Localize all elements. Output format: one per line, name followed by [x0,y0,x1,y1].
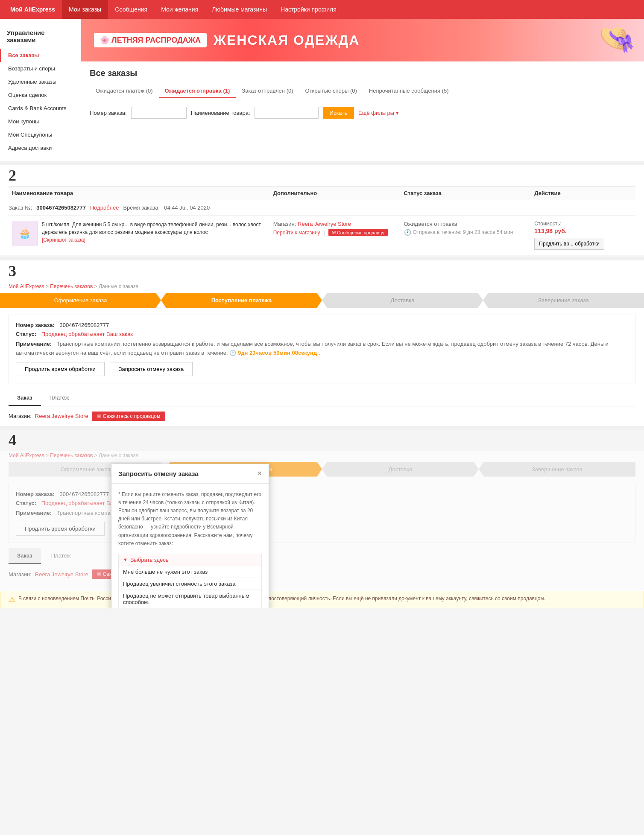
order-detail-link[interactable]: Подробнее [90,204,119,211]
shop-name-4[interactable]: Reera Jewelrye Store [35,571,88,578]
order-time-label: Время заказа: [123,204,160,211]
nav-item-profile[interactable]: Настройки профиля [274,0,343,19]
note-label-3: Примечание: [16,341,52,347]
timer-3: 🕐 9дн 23часов 50мин 08секунд . [229,350,320,356]
tab-payment-4[interactable]: Платёж [43,548,79,564]
section-4-content: Мой AliExpress > Перечень заказов > Данн… [0,451,644,591]
sidebar-item-all-orders[interactable]: Все заказы [0,49,81,62]
order-meta-row: Заказ №: 3004674265082777 Подробнее Врем… [9,200,635,216]
order-no-row-4: Номер заказа: 3004674265082777 [16,491,628,497]
tab-awaiting-payment[interactable]: Ожидается платёж (0) [90,84,159,98]
extend-time-button-4[interactable]: Продлить время обработки [16,522,105,536]
tab-shipped[interactable]: Заказ отправлен (0) [236,84,299,98]
step-completion: Завершение заказа [483,293,644,308]
breadcrumb-list-4[interactable]: Перечень заказов [50,453,93,458]
section-2-number: 2 [9,165,635,186]
sidebar-item-special-coupons[interactable]: Мои Спецкупоны [0,128,81,141]
cost-value: 113,98 руб. [534,228,632,234]
status-tabs: Ожидается платёж (0) Ожидается отправка … [90,84,635,98]
sidebar-item-returns[interactable]: Возвраты и споры [0,62,81,75]
sidebar-item-coupons[interactable]: Мои купоны [0,115,81,128]
breadcrumb-list-3[interactable]: Перечень заказов [50,283,93,289]
shop-name-link[interactable]: Reera Jewelrye Store [298,221,351,227]
main-content: 🌸 ЛЕТНЯЯ РАСПРОДАЖА ЖЕНСКАЯ ОДЕЖДА 👒 Все… [81,19,644,161]
action-buttons-3: Продлить время обработки Запросить отмен… [16,362,628,376]
shop-name-label: Магазин: Reera Jewelrye Store [273,221,397,227]
tab-order-4[interactable]: Заказ [9,548,41,564]
orders-area: Все заказы Ожидается платёж (0) Ожидаетс… [81,61,644,128]
order-number-input[interactable] [131,107,187,119]
sidebar-title: Управление заказами [0,26,81,49]
breadcrumb-home-3[interactable]: Мой AliExpress [9,283,44,289]
page-title: Все заказы [90,68,635,78]
sidebar: Управление заказами Все заказы Возвраты … [0,19,81,161]
product-name-input[interactable] [255,107,319,119]
shipping-time: Отправка в течение: 9 дн 23 часов 54 мин [413,229,513,235]
top-navigation: Мой AliExpress Мои заказы Сообщения Мои … [0,0,644,19]
modal-note-text: * Если вы решите отменить заказ, продаве… [118,490,262,548]
step-order-placement: Оформление заказа [0,293,161,308]
shop-label-4: Магазин: [9,571,32,578]
sidebar-item-addresses[interactable]: Адреса доставки [0,141,81,155]
step-4-completion: Завершение заказа [479,462,635,477]
nav-item-wishlist[interactable]: Мои желания [154,0,205,19]
col-action: Действие [531,190,635,196]
nav-item-messages[interactable]: Сообщения [108,0,154,19]
message-seller-btn[interactable]: ✉ Сообщение продавцу [328,229,388,236]
modal-header: Запросить отмену заказа × [111,464,269,484]
modal-body: * Если вы решите отменить заказ, продаве… [111,484,269,609]
col-status: Статус заказа [401,190,531,196]
more-filters-link[interactable]: Ещё фильтры ▾ [358,110,399,116]
search-button[interactable]: Искать [323,107,354,119]
reason-2[interactable]: Продавец увеличил стоимость этого заказа [119,578,261,590]
extend-time-button-3[interactable]: Продлить время обработки [16,362,105,376]
status-label-4: Статус: [16,500,36,506]
extend-processing-button[interactable]: Продлить вр... обработки [534,238,604,250]
order-detail-row: 🧁 5 шт./компл. Для женщин 5,5 см кр... в… [9,216,635,255]
breadcrumb-home-4[interactable]: Мой AliExpress [9,453,44,458]
tab-payment-3[interactable]: Платёж [41,390,78,406]
sidebar-item-cards[interactable]: Cards & Bank Accounts [0,102,81,115]
status-value-3: Продавец обрабатывает Ваш заказ [41,331,133,337]
order-status-cell: Ожидается отправка 🕐 Отправка в течение:… [401,221,531,236]
reason-0[interactable]: ▼ Выбрать здесь [119,554,261,566]
divider-2 [0,257,644,260]
tab-order-3[interactable]: Заказ [9,390,41,406]
warning-text: В связи с нововведением Почты России все… [18,596,545,601]
order-time-value: 04:44 Jul. 04 2020 [164,204,210,211]
breadcrumb-detail-4: Данные о заказе [99,453,138,458]
reason-3[interactable]: Продавец не может отправить товар выбран… [119,590,261,608]
go-to-shop-link[interactable]: Перейти к магазину [273,230,320,236]
shop-label-3: Магазин: [9,413,32,419]
breadcrumb-4: Мой AliExpress > Перечень заказов > Данн… [9,451,635,462]
tab-disputes[interactable]: Открытые споры (0) [299,84,363,98]
divider-3 [0,426,644,429]
nav-item-orders[interactable]: Мои заказы [62,0,108,19]
screenshot-link[interactable]: [Скриншот заказа] [42,237,85,243]
section-4-wrapper: 4 Мой AliExpress > Перечень заказов > Да… [0,429,644,609]
search-bar: Номер заказа: Наименование товара: Искат… [90,104,635,121]
reason-1[interactable]: Мне больше не нужен этот заказ [119,566,261,578]
cancel-order-button-3[interactable]: Запросить отмену заказа [110,362,193,376]
product-image: 🧁 [12,221,38,246]
sidebar-item-deleted[interactable]: Удалённые заказы [0,75,81,88]
modal-title: Запросить отмену заказа [118,470,199,477]
nav-item-favorites[interactable]: Любимые магазины [205,0,274,19]
nav-item-aliexpress[interactable]: Мой AliExpress [3,0,62,19]
order-info-box-3: Номер заказа: 3004674265082777 Статус: П… [9,315,635,383]
order-no-label-3: Номер заказа: [16,322,55,328]
tab-awaiting-shipping[interactable]: Ожидается отправка (1) [159,84,236,98]
order-tabs-4: Заказ Платёж [9,548,635,564]
shop-name-3[interactable]: Reera Jewelrye Store [35,413,88,419]
order-number-label: Номер заказа: [90,110,127,116]
contact-seller-btn-3[interactable]: ✉ Свяжитесь с продавцом [92,412,165,421]
note-row: Примечание: Транспортные компании постеп… [16,340,628,358]
status-row-4: Статус: Продавец обрабатывает Ваш заказ [16,500,628,506]
order-action-cell: Стоимость: 113,98 руб. Продлить вр... об… [531,221,635,250]
modal-close-icon[interactable]: × [257,469,262,478]
section-4-number: 4 [0,429,644,451]
sidebar-item-deals[interactable]: Оценка сделок [0,88,81,102]
tab-messages[interactable]: Непрочитанные сообщения (5) [363,84,455,98]
section-1-wrapper: Управление заказами Все заказы Возвраты … [0,19,644,161]
shop-links: Перейти к магазину | ✉ Сообщение продавц… [273,229,397,236]
